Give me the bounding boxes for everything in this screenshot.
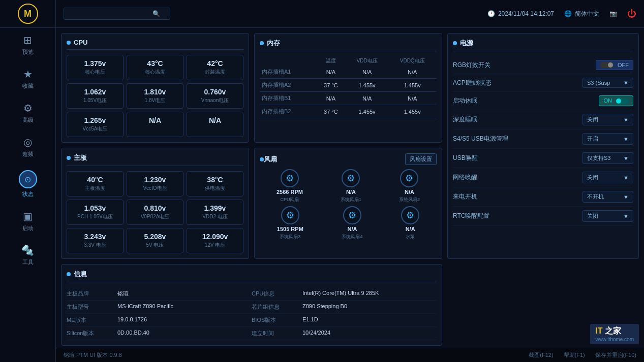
mb-3v3: 3.243v 3.3V 电压 — [67, 228, 124, 253]
mb-5v: 5.208v 5V 电压 — [127, 228, 183, 253]
memory-panel-header: 内存 — [260, 39, 437, 51]
power-on-select[interactable]: 不开机 ▼ — [582, 191, 633, 203]
fan-pump-rpm: N/A — [406, 226, 415, 232]
tools-icon: 🔩 — [21, 244, 34, 256]
power-boot-hibernate-value: ON — [603, 97, 612, 104]
chevron-down-icon2: ▼ — [623, 117, 629, 123]
globe-icon: 🌐 — [564, 10, 572, 17]
info-panel-dot — [67, 272, 71, 276]
sidebar-item-status[interactable]: ⊙ 状态 — [0, 164, 55, 204]
sidebar-item-preview[interactable]: ⊞ 预览 — [0, 28, 55, 62]
header-right: 🕐 2024/11/04 14:12:07 🌐 简体中文 📷 ⏻ — [487, 9, 636, 19]
chevron-down-icon5: ▼ — [623, 175, 629, 181]
fan-sys4-icon: ⚙ — [343, 206, 361, 224]
chevron-down-icon3: ▼ — [623, 136, 629, 142]
search-box[interactable]: 🔍 — [64, 8, 170, 20]
info-mb-model-row: 主板型号 MS-iCraft Z890 Pacific — [67, 301, 252, 314]
search-input[interactable] — [68, 10, 149, 17]
toggle-on-indicator — [616, 98, 629, 104]
power-rgb-toggle[interactable]: OFF — [596, 60, 633, 70]
power-boot-hibernate-toggle[interactable]: ON — [599, 95, 633, 106]
sidebar-item-boot[interactable]: ▣ 启动 — [0, 204, 55, 238]
info-silicon-val: 0D.00.BD.40 — [117, 330, 149, 337]
watermark: IT 之家 www.ithome.com — [590, 324, 639, 344]
save-shortcut[interactable]: 保存并重启(F10) — [595, 351, 636, 359]
mb-vccio: 1.230v VccIO电压 — [127, 171, 183, 196]
mem-col-temp: 温度 — [316, 56, 346, 65]
info-bios-row: BIOS版本 E1.1D — [252, 314, 437, 327]
power-usb-select[interactable]: 开启 ▼ — [582, 133, 633, 145]
cpu-1v05: 1.062v 1.05V电压 — [67, 83, 124, 109]
fan-pump-name: 水泵 — [406, 234, 415, 240]
power-deep-sleep-select[interactable]: 关闭 ▼ — [582, 114, 633, 125]
power-boot-hibernate-label: 启动休眠 — [453, 96, 477, 105]
power-net-wakeup-row: 网络唤醒 关闭 ▼ — [453, 168, 633, 187]
sidebar-item-advanced-label: 高级 — [22, 116, 34, 124]
fan-row-1: ⚙ 2566 RPM CPU风扇 ⚙ N/A 系统风扇1 ⚙ N/A 系统风扇2 — [260, 169, 437, 203]
screenshot-icon: 📷 — [609, 10, 617, 17]
statusbar: 铭瑄 PTM UI 版本 0.9.8 截图(F12) 帮助(F1) 保存并重启(… — [56, 348, 644, 362]
chevron-down-icon4: ▼ — [623, 155, 629, 161]
screenshot-shortcut[interactable]: 截图(F12) — [529, 351, 553, 359]
power-panel-header: 电源 — [453, 39, 633, 51]
fan-item-cpu: ⚙ 2566 RPM CPU风扇 — [277, 169, 303, 203]
power-deep-sleep-value: 关闭 — [587, 116, 598, 123]
clock-icon: 🕐 — [487, 10, 495, 17]
mb-pch: 1.053v PCH 1.05V电压 — [67, 200, 124, 225]
info-cpu-row: CPU信息 Intel(R) Core(TM) Ultra 9 285K — [252, 287, 437, 301]
info-me-val: 19.0.0.1726 — [117, 316, 147, 324]
power-button[interactable]: ⏻ — [627, 9, 636, 19]
mem-slot-a2-vddq: 1.455v — [388, 79, 437, 92]
power-on-value: 不开机 — [587, 193, 604, 201]
power-net-wakeup-select[interactable]: 关闭 ▼ — [582, 172, 633, 183]
mem-slot-a1-vddq: N/A — [388, 65, 437, 79]
help-shortcut[interactable]: 帮助(F1) — [564, 351, 585, 359]
sidebar-item-favorites[interactable]: ★ 收藏 — [0, 62, 55, 96]
sidebar-item-overclock[interactable]: ◎ 超频 — [0, 130, 55, 164]
power-acpi-value: S3 (Susp — [587, 80, 610, 86]
memory-panel-title: 内存 — [267, 39, 280, 48]
power-usb-wakeup-select[interactable]: 仅支持S3 ▼ — [582, 152, 633, 164]
sidebar-item-boot-label: 启动 — [22, 224, 34, 232]
sidebar-item-advanced[interactable]: ⚙ 高级 — [0, 96, 55, 130]
info-mb-brand-val: 铭瑄 — [117, 290, 129, 298]
cpu-core-temp-value: 43°C — [131, 59, 179, 68]
cpu-core-temp-label: 核心温度 — [131, 69, 179, 76]
info-cpu-val: Intel(R) Core(TM) Ultra 9 285K — [302, 290, 379, 298]
mem-slot-a1-label: 内存插槽A1 — [260, 65, 316, 79]
mem-slot-a2-temp: 37 °C — [316, 79, 346, 92]
header-screenshot[interactable]: 📷 — [609, 10, 617, 17]
cpu-1v05-value: 1.062v — [71, 88, 119, 96]
fan-sys2-name: 系统风扇2 — [399, 196, 420, 203]
mb-pwr-temp: 38°C 供电温度 — [187, 171, 243, 196]
cpu-vcc5a-value: 1.265v — [71, 116, 119, 124]
cpu-panel-dot — [67, 41, 71, 45]
fan-pump-icon: ⚙ — [401, 206, 419, 224]
mb-value-grid: 40°C 主板温度 1.230v VccIO电压 38°C 供电温度 1.053… — [67, 171, 243, 253]
chevron-down-icon: ▼ — [623, 80, 629, 86]
fan-panel-dot — [260, 157, 264, 161]
mb-panel-header: 主板 — [67, 153, 243, 166]
info-panel-header: 信息 — [67, 270, 437, 282]
search-icon[interactable]: 🔍 — [152, 10, 160, 17]
cpu-vcc5a-label: Vcc5A电压 — [71, 125, 119, 133]
overclock-icon: ◎ — [23, 136, 32, 148]
header-datetime: 🕐 2024/11/04 14:12:07 — [487, 10, 554, 17]
chevron-down-icon7: ▼ — [623, 213, 629, 219]
cpu-1v05-label: 1.05V电压 — [71, 97, 119, 104]
logo-icon: M — [18, 4, 38, 24]
fan-settings-button[interactable]: 风扇设置 — [405, 153, 437, 165]
power-usb-value: 开启 — [587, 135, 598, 143]
fan-item-sys4: ⚙ N/A 系统风扇4 — [342, 206, 362, 240]
power-rtc-select[interactable]: 关闭 ▼ — [582, 210, 633, 222]
header-language[interactable]: 🌐 简体中文 — [564, 10, 599, 18]
version-text: 铭瑄 PTM UI 版本 0.9.8 — [64, 351, 122, 359]
mem-col-slot — [260, 56, 316, 65]
power-acpi-select[interactable]: S3 (Susp ▼ — [582, 78, 633, 88]
motherboard-panel: 主板 40°C 主板温度 1.230v VccIO电压 38°C 供电温度 1.… — [61, 148, 249, 259]
memory-panel: 内存 温度 VDD电压 VDDQ电压 内存插槽A1 N/A N/A N/A — [254, 33, 442, 143]
power-deep-sleep-label: 深度睡眠 — [453, 115, 477, 124]
fan-sys1-icon: ⚙ — [342, 169, 360, 187]
info-panel-title: 信息 — [74, 270, 87, 279]
sidebar-item-tools[interactable]: 🔩 工具 — [0, 238, 55, 272]
